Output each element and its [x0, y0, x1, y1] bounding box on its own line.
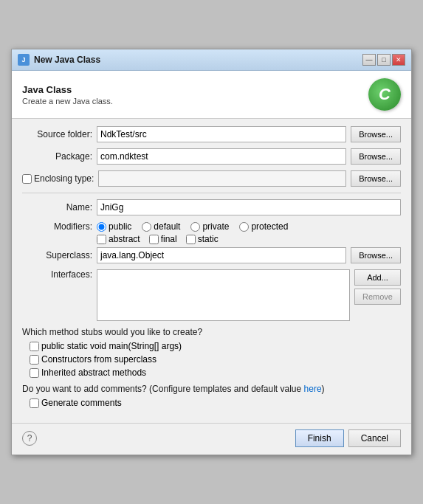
enclosing-type-label: Enclosing type:: [34, 173, 94, 184]
name-input[interactable]: [97, 199, 401, 215]
title-bar: J New Java Class — □ ✕: [12, 49, 411, 71]
enclosing-type-row: Enclosing type: Browse...: [22, 170, 401, 187]
main-window: J New Java Class — □ ✕ Java Class Create…: [11, 49, 412, 455]
modifiers-label: Modifiers:: [22, 221, 92, 232]
minimize-button[interactable]: —: [362, 54, 376, 66]
generate-comments-option[interactable]: Generate comments: [30, 398, 401, 408]
modifier-public-option[interactable]: public: [97, 221, 131, 232]
source-folder-label: Source folder:: [22, 129, 92, 139]
interfaces-remove-button[interactable]: Remove: [354, 289, 401, 305]
modifier-static-option[interactable]: static: [186, 234, 219, 244]
modifier-public-radio[interactable]: [97, 222, 106, 232]
package-row: Package: Browse...: [22, 148, 401, 165]
title-buttons: — □ ✕: [362, 54, 405, 66]
interfaces-buttons: Add... Remove: [354, 269, 401, 305]
superclass-label: Superclass:: [22, 250, 92, 260]
title-bar-left: J New Java Class: [18, 54, 100, 66]
modifier-protected-option[interactable]: protected: [239, 221, 288, 232]
comments-checkbox-row: Generate comments: [30, 398, 401, 408]
modifier-default-label: default: [154, 221, 180, 232]
method-inherited-checkbox[interactable]: [30, 368, 39, 378]
header-subtitle: Create a new Java class.: [22, 97, 113, 106]
method-stubs-section: Which method stubs would you like to cre…: [22, 327, 401, 378]
modifier-default-radio[interactable]: [142, 222, 151, 232]
modifier-abstract-checkbox[interactable]: [97, 235, 106, 244]
dialog-footer: ? Finish Cancel: [12, 423, 411, 455]
modifier-final-label: final: [161, 234, 177, 244]
modifier-protected-radio[interactable]: [239, 222, 249, 232]
interfaces-textarea[interactable]: [97, 269, 350, 321]
method-constructors-checkbox[interactable]: [30, 355, 39, 365]
maximize-button[interactable]: □: [377, 54, 391, 66]
package-input[interactable]: [97, 148, 346, 165]
modifier-private-label: private: [202, 221, 229, 232]
enclosing-type-input[interactable]: [98, 170, 346, 187]
header-text: Java Class Create a new Java class.: [22, 84, 113, 106]
source-folder-input[interactable]: [97, 126, 346, 142]
name-label: Name:: [22, 202, 92, 213]
modifier-static-checkbox[interactable]: [186, 235, 196, 244]
method-constructors-label: Constructors from superclass: [41, 354, 157, 365]
dialog-header: Java Class Create a new Java class. C: [12, 71, 411, 119]
method-inherited-label: Inherited abstract methods: [41, 367, 146, 378]
generate-comments-checkbox[interactable]: [30, 398, 39, 408]
comments-here-link[interactable]: here: [304, 384, 322, 394]
method-main-option[interactable]: public static void main(String[] args): [30, 341, 401, 351]
modifier-default-option[interactable]: default: [142, 221, 180, 232]
package-label: Package:: [22, 151, 92, 162]
modifiers-row: Modifiers: public default private: [22, 221, 401, 244]
modifier-private-radio[interactable]: [190, 222, 200, 232]
package-browse-button[interactable]: Browse...: [351, 148, 401, 165]
source-folder-row: Source folder: Browse...: [22, 126, 401, 142]
form-content: Source folder: Browse... Package: Browse…: [12, 119, 411, 423]
finish-button[interactable]: Finish: [295, 429, 344, 447]
method-inherited-option[interactable]: Inherited abstract methods: [30, 367, 401, 378]
comments-section: Do you want to add comments? (Configure …: [22, 384, 401, 408]
footer-buttons: Finish Cancel: [295, 429, 401, 447]
enclosing-type-label-group: Enclosing type:: [22, 173, 94, 184]
method-stubs-list: public static void main(String[] args) C…: [30, 341, 401, 378]
enclosing-type-checkbox[interactable]: [22, 174, 32, 184]
modifier-abstract-option[interactable]: abstract: [97, 234, 140, 244]
method-main-checkbox[interactable]: [30, 342, 39, 351]
window-title: New Java Class: [34, 55, 100, 65]
method-main-label: public static void main(String[] args): [41, 341, 182, 351]
method-constructors-option[interactable]: Constructors from superclass: [30, 354, 401, 365]
modifiers-options: public default private protected: [97, 221, 288, 244]
close-button[interactable]: ✕: [392, 54, 405, 66]
modifier-final-option[interactable]: final: [149, 234, 177, 244]
cancel-button[interactable]: Cancel: [348, 429, 401, 447]
superclass-input[interactable]: [97, 247, 346, 263]
separator-1: [22, 193, 401, 193]
comments-question-prefix: Do you want to add comments? (Configure …: [22, 384, 304, 394]
access-modifiers-group: public default private protected: [97, 221, 288, 232]
extra-modifiers-group: abstract final static: [97, 234, 288, 244]
interfaces-add-button[interactable]: Add...: [354, 269, 401, 286]
interfaces-label: Interfaces:: [22, 269, 92, 280]
modifier-final-checkbox[interactable]: [149, 235, 159, 244]
modifier-protected-label: protected: [251, 221, 288, 232]
superclass-row: Superclass: Browse...: [22, 247, 401, 263]
modifier-abstract-label: abstract: [109, 234, 140, 244]
modifier-static-label: static: [198, 234, 219, 244]
name-row: Name:: [22, 199, 401, 215]
eclipse-logo: C: [368, 78, 401, 111]
superclass-browse-button[interactable]: Browse...: [351, 247, 401, 263]
help-button[interactable]: ?: [22, 431, 37, 446]
comments-question-suffix: ): [322, 384, 325, 394]
modifier-private-option[interactable]: private: [190, 221, 229, 232]
enclosing-type-browse-button[interactable]: Browse...: [351, 170, 401, 187]
source-folder-browse-button[interactable]: Browse...: [351, 126, 401, 142]
method-stubs-question: Which method stubs would you like to cre…: [22, 327, 401, 337]
comments-question: Do you want to add comments? (Configure …: [22, 384, 401, 394]
window-icon: J: [18, 54, 30, 66]
generate-comments-label: Generate comments: [41, 398, 122, 408]
header-title: Java Class: [22, 84, 113, 95]
modifier-public-label: public: [109, 221, 131, 232]
interfaces-row: Interfaces: Add... Remove: [22, 269, 401, 321]
